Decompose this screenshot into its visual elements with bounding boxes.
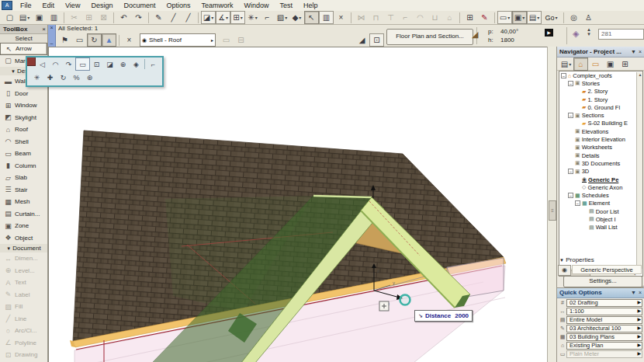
tree-item-schedules[interactable]: −▦Schedules [559, 191, 635, 199]
settings-button[interactable]: Settings... [563, 276, 642, 287]
quick-option-dropdown[interactable]: 03 Architectural 100▶ [566, 325, 642, 332]
tree-item-complex-roofs[interactable]: −⌂Complex_roofs [559, 71, 635, 79]
inject-parameters-icon[interactable]: ╱ [166, 11, 181, 24]
tool-polyline[interactable]: ∠Polyline [0, 337, 47, 350]
shell-geometry-icon[interactable]: ▲ [102, 33, 116, 47]
infobox-close-icon[interactable]: × [48, 25, 55, 31]
tree-item-details[interactable]: ▣Details [559, 151, 635, 159]
tree-item-stories[interactable]: −▣Stories [559, 79, 635, 87]
project-chooser-icon[interactable]: ▤▾ [559, 57, 573, 71]
home-story-icon[interactable]: ⌂ [442, 11, 457, 24]
explore-walk-icon[interactable]: ♙ [581, 11, 596, 24]
tree-item-3d-documents[interactable]: ▣3D Documents [559, 159, 635, 167]
tree-expand-icon[interactable]: − [568, 169, 573, 174]
pitch-flyout-button[interactable]: ▶ [545, 29, 553, 37]
tree-expand-icon[interactable]: − [561, 73, 566, 78]
multiply-icon[interactable]: ⊛ [83, 71, 96, 83]
tree-expand-icon[interactable]: − [575, 200, 580, 206]
tree-item-elevations[interactable]: ▣Elevations [559, 127, 635, 135]
tool-beam[interactable]: ▭Beam [0, 148, 47, 160]
publisher-icon[interactable]: ⊞ [618, 57, 632, 71]
quick-option-dropdown[interactable]: Existing Plan▶ [566, 342, 642, 350]
pitch-value[interactable]: 40,00° [500, 28, 518, 35]
mark-up-icon[interactable]: ✎ [477, 11, 492, 24]
tool-roof[interactable]: ⌂Roof [0, 124, 47, 136]
infobox-grip[interactable]: × ‒ [48, 25, 56, 47]
tool-door[interactable]: ▯Door [0, 88, 47, 100]
tree-vscrollbar[interactable]: ▲▼ [636, 72, 643, 269]
quick-option-dropdown[interactable]: 1:100▶ [566, 308, 642, 315]
viewport-scrollbar[interactable]: ≡ [547, 47, 556, 362]
copy-settings-icon[interactable]: ⊟ [234, 33, 248, 47]
marquee-settings-icon[interactable]: ▭ [72, 33, 87, 47]
tool-object[interactable]: ❖Object [0, 232, 47, 245]
pitch-display-icon[interactable]: ◢ [355, 33, 369, 47]
tree-item-interior-elevation[interactable]: ▣Interior Elevation [559, 135, 635, 143]
curve-edge-icon[interactable]: ◠ [49, 58, 62, 70]
snap-grid-icon[interactable]: ✳▾ [245, 11, 260, 24]
quick-option-dropdown[interactable]: 03 Building Plans▶ [566, 333, 642, 341]
slab-link-icon[interactable]: ▭ [219, 33, 234, 47]
pet-more-icon[interactable]: ⌐ [147, 58, 160, 70]
new-file-icon[interactable]: ▢ [2, 11, 17, 24]
element-type-dropdown[interactable]: ◉ Shell - Roof ▸ [140, 33, 216, 47]
properties-header[interactable]: ▼ Properties [559, 256, 594, 263]
tool-fill[interactable]: ▨Fill [0, 301, 47, 313]
lasso-icon[interactable]: ◈ [130, 58, 143, 70]
reference-box-icon[interactable]: ⊡ [369, 33, 384, 47]
tool-shell[interactable]: ◠Shell [0, 136, 47, 148]
tool-skylight[interactable]: ◩Skylight [0, 112, 47, 124]
select-mode-icon[interactable]: ↖ [304, 11, 319, 24]
tool-column[interactable]: ▮Column [0, 160, 47, 172]
project-map-icon[interactable]: ⌂ [573, 57, 588, 71]
align-icon[interactable]: ⌐ [398, 11, 413, 24]
tree-item-element[interactable]: −▦Element [559, 200, 635, 207]
navigator-collapse-icon[interactable]: ▼ [631, 47, 636, 57]
save-icon[interactable]: ▣ [32, 11, 47, 24]
quick-option-dropdown[interactable]: 02 Drafting▶ [566, 299, 642, 307]
cut-icon[interactable]: ✂ [67, 11, 81, 24]
height-value[interactable]: 1800 [500, 37, 514, 44]
quick-option-dropdown[interactable]: Plain Meter▶ [566, 350, 642, 358]
tool-level[interactable]: ⊕Level... [0, 265, 47, 277]
slope-options-icon[interactable]: ∡▾ [216, 11, 230, 24]
camera-icon[interactable]: ◉ [558, 265, 571, 276]
tool-mesh[interactable]: ▦Mesh [0, 196, 47, 208]
tracker-eraser-icon[interactable]: ◈ [573, 29, 579, 39]
layout-view-icon[interactable]: ▤▾ [527, 11, 542, 24]
columns-icon[interactable]: ▥ [319, 11, 334, 24]
menu-options[interactable]: Options [161, 1, 196, 11]
tool-text[interactable]: AText [0, 277, 47, 289]
tool-curtain[interactable]: ▤Curtain... [0, 208, 47, 221]
print-icon[interactable]: ▥ [47, 11, 61, 24]
tool-arrow[interactable]: ↖Arrow [0, 43, 47, 55]
toolbox-section-document[interactable]: ▼Document [0, 244, 47, 252]
tool-window[interactable]: ⊞Window [0, 99, 47, 112]
tool-stair[interactable]: ☰Stair [0, 184, 47, 197]
open-file-icon[interactable]: ▤▾ [17, 11, 32, 24]
spray-icon[interactable]: ✳ [30, 71, 43, 83]
toolbox-section-select[interactable]: Select [0, 34, 47, 43]
3d-viewport[interactable]: z y x ↘ Distance 2000 [48, 47, 547, 362]
move-icon[interactable]: ✚ [43, 71, 57, 83]
layout-book-icon[interactable]: ▣ [603, 57, 618, 71]
group-icon[interactable]: ⊔ [428, 11, 442, 24]
tree-item-door-list[interactable]: ▤Door List [559, 207, 635, 215]
mirror-icon[interactable]: ⋈ [354, 11, 369, 24]
layers-icon[interactable]: ▧▾ [275, 11, 289, 24]
menu-view[interactable]: View [60, 1, 85, 11]
rotate-copy-icon[interactable]: ⊓ [369, 11, 383, 24]
menu-window[interactable]: Window [238, 1, 274, 11]
tree-item-generic-axon[interactable]: ◇Generic Axon [559, 183, 635, 191]
tree-item-3d[interactable]: −▣3D [559, 168, 635, 176]
floor-plan-view-icon[interactable]: ▭▾ [497, 11, 512, 24]
close-toolbar-icon[interactable]: × [334, 11, 348, 24]
tree-expand-icon[interactable]: − [568, 193, 573, 198]
tree-item-worksheets[interactable]: ▣Worksheets [559, 144, 635, 151]
floor-plan-section-button[interactable]: Floor Plan and Section... [386, 29, 473, 45]
tool-arcci[interactable]: ○Arc/Ci... [0, 325, 47, 337]
arc-tool-icon[interactable]: ◠ [413, 11, 428, 24]
corner-icon[interactable]: ⌐ [260, 11, 275, 24]
rotate-shell-icon[interactable]: ↻ [87, 33, 102, 47]
view-map-icon[interactable]: ▭ [588, 57, 603, 71]
